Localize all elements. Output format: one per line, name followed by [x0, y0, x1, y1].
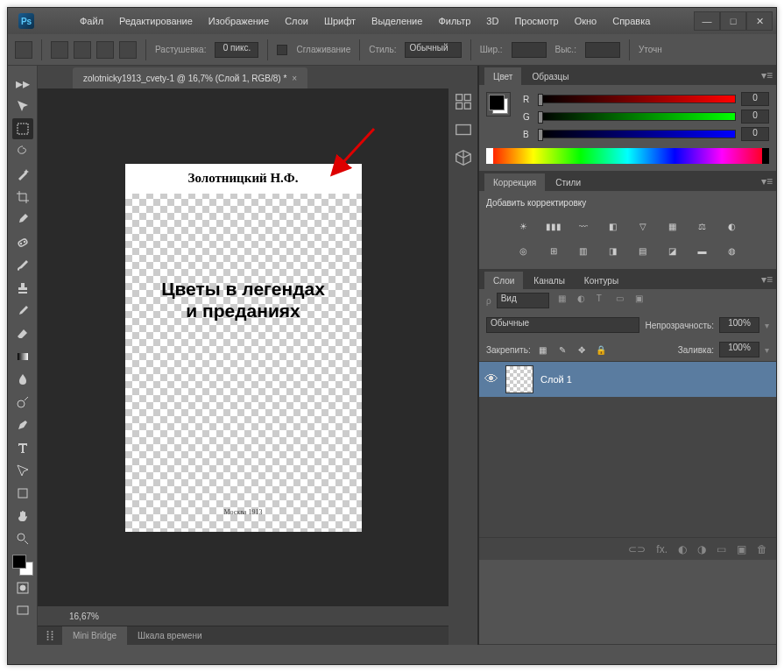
styles-tab[interactable]: Стили — [547, 173, 590, 191]
channels-tab[interactable]: Каналы — [525, 272, 574, 289]
color-swatches[interactable] — [12, 555, 33, 576]
balance-icon[interactable]: ⚖ — [694, 218, 711, 234]
color-panel-menu-icon[interactable]: ▾≡ — [761, 69, 773, 81]
document-tab-close-icon[interactable]: × — [292, 74, 297, 83]
quick-mask-icon[interactable] — [12, 577, 33, 598]
curves-icon[interactable]: 〰 — [575, 218, 592, 234]
link-layers-icon[interactable]: ⊂⊃ — [628, 543, 646, 555]
add-mask-icon[interactable]: ◐ — [678, 543, 687, 555]
type-tool[interactable] — [12, 437, 33, 458]
zoom-level[interactable]: 16,67% — [69, 612, 99, 621]
foreground-color-swatch[interactable] — [12, 555, 26, 569]
refine-button[interactable]: Уточн — [639, 45, 662, 54]
blur-tool[interactable] — [12, 369, 33, 390]
selection-intersect-icon[interactable] — [119, 41, 137, 59]
rectangle-tool[interactable] — [12, 483, 33, 504]
delete-layer-icon[interactable]: 🗑 — [757, 543, 767, 555]
lookup-icon[interactable]: ▥ — [575, 243, 592, 258]
menu-3d[interactable]: 3D — [479, 14, 505, 28]
photo-filter-icon[interactable]: ◎ — [515, 243, 533, 258]
menu-layer[interactable]: Слои — [278, 14, 315, 28]
hand-tool[interactable] — [12, 506, 33, 527]
layer-visibility-icon[interactable]: 👁 — [484, 371, 498, 387]
canvas-viewport[interactable]: Золотницкий Н.Ф. Цветы в легендах и пред… — [38, 88, 449, 606]
history-brush-tool[interactable] — [12, 301, 33, 322]
expand-tools-icon[interactable]: ▸▸ — [12, 73, 33, 94]
layer-fx-icon[interactable]: fx. — [656, 543, 667, 555]
3d-panel-icon[interactable] — [454, 148, 473, 167]
menu-edit[interactable]: Редактирование — [112, 14, 200, 28]
menu-window[interactable]: Окно — [568, 14, 604, 28]
blend-mode-select[interactable]: Обычные — [486, 317, 639, 333]
swatches-tab[interactable]: Образцы — [523, 67, 577, 85]
invert-icon[interactable]: ◨ — [604, 243, 622, 258]
exposure-icon[interactable]: ◧ — [604, 218, 622, 234]
move-tool[interactable] — [12, 95, 33, 117]
posterize-icon[interactable]: ▤ — [634, 243, 652, 258]
b-slider[interactable] — [539, 130, 736, 138]
selective-color-icon[interactable]: ◍ — [724, 243, 741, 258]
document-canvas[interactable]: Золотницкий Н.Ф. Цветы в легендах и пред… — [125, 164, 362, 532]
levels-icon[interactable]: ▮▮▮ — [545, 218, 562, 234]
maximize-button[interactable]: □ — [720, 11, 746, 31]
new-adjustment-icon[interactable]: ◑ — [697, 543, 706, 555]
healing-tool[interactable] — [12, 232, 33, 253]
gradient-map-icon[interactable]: ▬ — [694, 243, 711, 258]
layer-filter-kind[interactable]: Вид — [497, 293, 549, 308]
marquee-tool[interactable] — [12, 118, 33, 139]
stamp-tool[interactable] — [12, 278, 33, 299]
menu-type[interactable]: Шрифт — [317, 14, 363, 28]
lock-all-icon[interactable]: 🔒 — [594, 343, 608, 357]
g-slider[interactable] — [539, 112, 736, 121]
filter-adjust-icon[interactable]: ◐ — [577, 294, 591, 308]
eraser-tool[interactable] — [12, 323, 33, 344]
width-input[interactable] — [512, 42, 547, 58]
mini-bridge-tab[interactable]: Mini Bridge — [62, 626, 127, 645]
layers-panel-menu-icon[interactable]: ▾≡ — [761, 273, 773, 286]
selection-new-icon[interactable] — [51, 41, 68, 59]
channel-mixer-icon[interactable]: ⊞ — [545, 243, 562, 258]
tool-preset-icon[interactable] — [15, 41, 32, 59]
bw-icon[interactable]: ◐ — [724, 218, 741, 234]
color-panel-swatch[interactable] — [486, 92, 511, 117]
history-panel-icon[interactable] — [454, 92, 473, 111]
menu-file[interactable]: Файл — [73, 14, 110, 28]
crop-tool[interactable] — [12, 187, 33, 208]
paths-tab[interactable]: Контуры — [576, 272, 627, 289]
selection-subtract-icon[interactable] — [96, 41, 114, 59]
style-select[interactable]: Обычный — [405, 42, 461, 58]
lock-pixels-icon[interactable]: ✎ — [555, 343, 569, 357]
filter-type-icon[interactable]: T — [597, 294, 611, 308]
menu-view[interactable]: Просмотр — [507, 14, 565, 28]
b-value[interactable]: 0 — [741, 127, 769, 141]
eyedropper-tool[interactable] — [12, 209, 33, 230]
layer-row[interactable]: 👁 Слой 1 — [479, 362, 776, 397]
vibrance-icon[interactable]: ▽ — [634, 218, 652, 234]
filter-smart-icon[interactable]: ▣ — [635, 294, 649, 308]
fill-input[interactable]: 100% — [719, 342, 759, 357]
layer-thumbnail[interactable] — [505, 365, 533, 393]
menu-image[interactable]: Изображение — [201, 14, 276, 28]
dodge-tool[interactable] — [12, 392, 33, 413]
minimize-button[interactable]: — — [694, 11, 720, 31]
brightness-icon[interactable]: ☀ — [515, 218, 533, 234]
layer-name[interactable]: Слой 1 — [540, 374, 572, 385]
menu-select[interactable]: Выделение — [364, 14, 429, 28]
bottom-dock-grip-icon[interactable]: ⁞⁞ — [38, 626, 62, 645]
brush-tool[interactable] — [12, 255, 33, 276]
lock-transparency-icon[interactable]: ▦ — [536, 343, 550, 357]
filter-shape-icon[interactable]: ▭ — [616, 294, 630, 308]
selection-add-icon[interactable] — [74, 41, 91, 59]
menu-help[interactable]: Справка — [605, 14, 657, 28]
gradient-tool[interactable] — [12, 346, 33, 367]
path-select-tool[interactable] — [12, 460, 33, 481]
lasso-tool[interactable] — [12, 141, 33, 162]
threshold-icon[interactable]: ◪ — [664, 243, 682, 258]
lock-position-icon[interactable]: ✥ — [575, 343, 589, 357]
filter-pixel-icon[interactable]: ▦ — [558, 294, 572, 308]
screen-mode-icon[interactable] — [12, 600, 33, 621]
r-slider[interactable] — [539, 95, 736, 103]
antialias-checkbox[interactable] — [277, 45, 287, 55]
pen-tool[interactable] — [12, 414, 33, 435]
zoom-tool[interactable] — [12, 528, 33, 549]
